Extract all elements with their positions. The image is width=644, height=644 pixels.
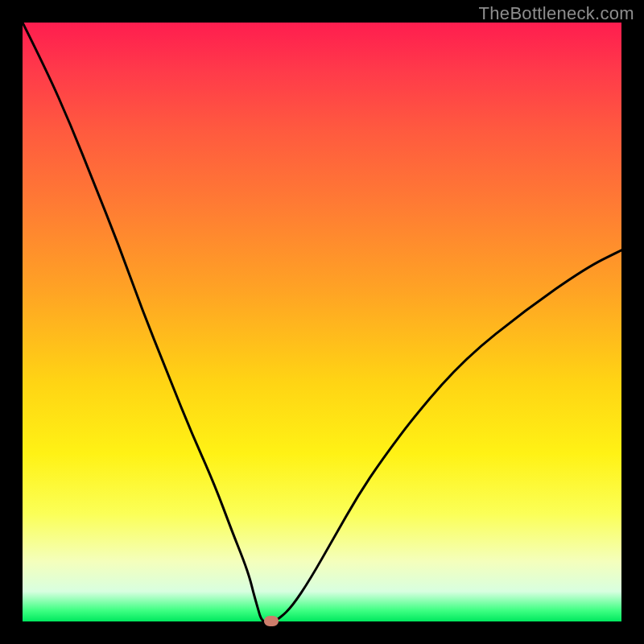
bottleneck-curve [23,23,621,621]
plot-area [23,23,621,621]
source-marker [264,616,279,626]
watermark-text: TheBottleneck.com [479,3,634,24]
chart-frame: TheBottleneck.com [0,0,644,644]
